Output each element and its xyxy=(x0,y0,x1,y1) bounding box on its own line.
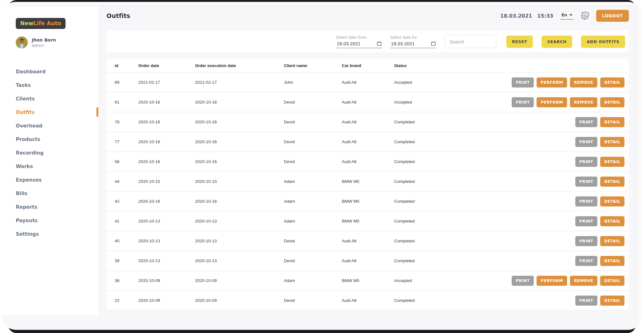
cell-status: Completed xyxy=(394,239,460,243)
sidebar-item-label: Tasks xyxy=(16,82,31,88)
perform-button[interactable]: PERFORM xyxy=(537,77,567,87)
row-actions: PRINTDETAIL xyxy=(460,216,624,226)
detail-button[interactable]: DETAIL xyxy=(600,117,624,127)
col-car-brand: Car brand xyxy=(342,63,394,68)
table-row: 782020-10-162020-10-16DevidAudi A6Comple… xyxy=(106,112,629,132)
filter-bar: Select date from 18.03.2021 Select date … xyxy=(106,31,629,53)
cell-status: Completed xyxy=(394,179,460,184)
print-button[interactable]: PRINT xyxy=(575,216,597,226)
settings-gear-icon[interactable] xyxy=(581,12,589,20)
detail-button[interactable]: DETAIL xyxy=(600,177,624,187)
print-button[interactable]: PRINT xyxy=(512,97,534,107)
sidebar-item-label: Reports xyxy=(16,204,37,210)
detail-button[interactable]: DETAIL xyxy=(600,97,624,107)
date-for-label: Select date for xyxy=(390,35,436,40)
sidebar-item-settings[interactable]: Settings xyxy=(16,227,98,241)
col-client-name: Client name xyxy=(284,63,342,68)
search-input[interactable] xyxy=(445,35,496,48)
detail-button[interactable]: DETAIL xyxy=(600,157,624,167)
sidebar-item-expenses[interactable]: Expenses xyxy=(16,173,98,187)
detail-button[interactable]: DETAIL xyxy=(600,256,624,266)
cell-order-date: 2020-10-13 xyxy=(138,219,195,223)
sidebar-item-overhead[interactable]: Overhead xyxy=(16,119,98,133)
sidebar-item-bills[interactable]: Bills xyxy=(16,187,98,200)
print-button[interactable]: PRINT xyxy=(575,177,597,187)
detail-button[interactable]: DETAIL xyxy=(600,77,624,87)
sidebar-item-works[interactable]: Works xyxy=(16,160,98,173)
print-button[interactable]: PRINT xyxy=(575,296,597,306)
detail-button[interactable]: DETAIL xyxy=(600,196,624,206)
calendar-icon xyxy=(431,41,436,46)
date-from-group: Select date from 18.03.2021 xyxy=(336,35,382,48)
print-button[interactable]: PRINT xyxy=(512,276,534,286)
print-button[interactable]: PRINT xyxy=(575,236,597,246)
cell-car-brand: Audi A6 xyxy=(342,159,394,164)
cell-id: 81 xyxy=(115,100,138,104)
main-content: Outfits 18.03.2021 15:33 En xyxy=(98,6,641,330)
detail-button[interactable]: DETAIL xyxy=(600,236,624,246)
detail-button[interactable]: DETAIL xyxy=(600,216,624,226)
cell-execution-date: 2020-10-15 xyxy=(195,179,284,184)
user-block: Jhon Born Admin xyxy=(16,37,98,48)
cell-execution-date: 2020-10-16 xyxy=(195,120,284,124)
date-from-input[interactable]: 18.03.2021 xyxy=(336,41,382,48)
language-selector[interactable]: En xyxy=(560,12,574,20)
cell-order-date: 2020-10-09 xyxy=(138,298,195,303)
date-for-input[interactable]: 19.03.2021 xyxy=(390,41,436,48)
cell-id: 41 xyxy=(115,219,138,223)
col-execution-date: Order execution date xyxy=(195,63,284,68)
sidebar-item-reports[interactable]: Reports xyxy=(16,200,98,214)
add-outfits-button[interactable]: ADD OUTFITS xyxy=(581,36,625,48)
perform-button[interactable]: PERFORM xyxy=(537,276,567,286)
cell-car-brand: Audi A6 xyxy=(342,100,394,104)
print-button[interactable]: PRINT xyxy=(575,117,597,127)
row-actions: PRINTPERFORMREMOVEDETAIL xyxy=(460,97,624,107)
detail-button[interactable]: DETAIL xyxy=(600,137,624,147)
cell-client-name: Devid xyxy=(284,298,342,303)
cell-id: 22 xyxy=(115,298,138,303)
cell-execution-date: 2020-10-09 xyxy=(195,278,284,283)
date-for-value: 19.03.2021 xyxy=(391,41,415,46)
row-actions: PRINTDETAIL xyxy=(460,236,624,246)
cell-order-date: 2020-10-16 xyxy=(138,159,195,164)
print-button[interactable]: PRINT xyxy=(512,77,534,87)
reset-button[interactable]: RESET xyxy=(506,36,533,48)
sidebar-item-recording[interactable]: Recording xyxy=(16,146,98,160)
avatar xyxy=(16,37,28,48)
cell-status: Accepted xyxy=(394,278,460,283)
detail-button[interactable]: DETAIL xyxy=(600,276,624,286)
search-button[interactable]: SEARCH xyxy=(542,36,572,48)
sidebar-item-products[interactable]: Products xyxy=(16,133,98,146)
header-datetime: 18.03.2021 15:33 xyxy=(500,13,553,19)
cell-id: 78 xyxy=(115,120,138,124)
print-button[interactable]: PRINT xyxy=(575,157,597,167)
cell-client-name: Devid xyxy=(284,139,342,144)
sidebar-item-label: Clients xyxy=(16,96,35,102)
scrollbar[interactable] xyxy=(637,6,641,330)
date-for-group: Select date for 19.03.2021 xyxy=(390,35,436,48)
row-actions: PRINTDETAIL xyxy=(460,296,624,306)
cell-client-name: Adam xyxy=(284,219,342,223)
sidebar-item-outfits[interactable]: Outfits xyxy=(16,105,98,119)
date-from-value: 18.03.2021 xyxy=(337,41,361,46)
cell-car-brand: BMW M5 xyxy=(342,278,394,283)
print-button[interactable]: PRINT xyxy=(575,137,597,147)
print-button[interactable]: PRINT xyxy=(575,196,597,206)
cell-id: 56 xyxy=(115,159,138,164)
cell-execution-date: 2020-10-09 xyxy=(195,298,284,303)
print-button[interactable]: PRINT xyxy=(575,256,597,266)
sidebar-item-tasks[interactable]: Tasks xyxy=(16,78,98,92)
remove-button[interactable]: REMOVE xyxy=(570,77,597,87)
sidebar-item-dashboard[interactable]: Dashboard xyxy=(16,65,98,78)
table-row: 392020-10-132020-10-13DevidAudi A6Comple… xyxy=(106,251,629,270)
detail-button[interactable]: DETAIL xyxy=(600,296,624,306)
logout-button[interactable]: LOGOUT xyxy=(596,10,629,22)
sidebar-item-payouts[interactable]: Payouts xyxy=(16,214,98,227)
cell-client-name: Devid xyxy=(284,159,342,164)
remove-button[interactable]: REMOVE xyxy=(570,97,597,107)
remove-button[interactable]: REMOVE xyxy=(570,276,597,286)
col-status: Status xyxy=(394,63,460,68)
sidebar-item-clients[interactable]: Clients xyxy=(16,92,98,105)
perform-button[interactable]: PERFORM xyxy=(537,97,567,107)
user-name: Jhon Born xyxy=(32,37,56,42)
